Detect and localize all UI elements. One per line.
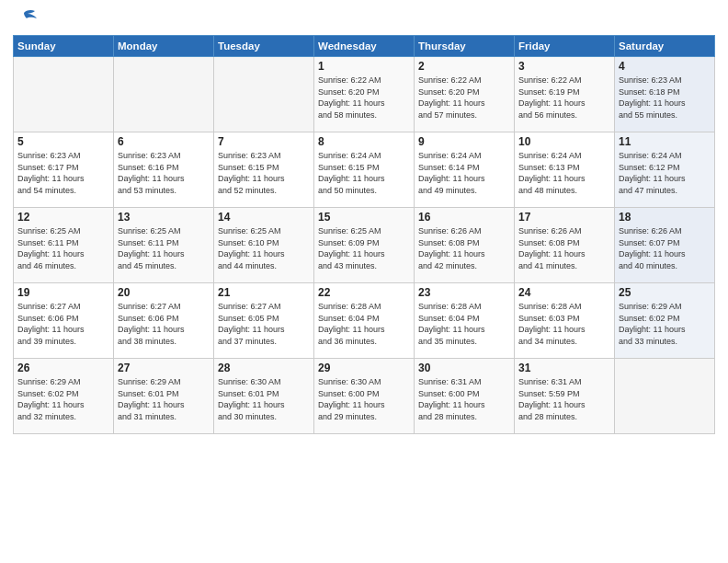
week-row-3: 12Sunrise: 6:25 AM Sunset: 6:11 PM Dayli… [14, 208, 715, 283]
day-cell [214, 57, 314, 132]
week-row-4: 19Sunrise: 6:27 AM Sunset: 6:06 PM Dayli… [14, 283, 715, 359]
day-number: 22 [318, 286, 410, 299]
calendar-header-row: SundayMondayTuesdayWednesdayThursdayFrid… [14, 36, 715, 57]
day-number: 13 [118, 211, 210, 224]
day-info: Sunrise: 6:27 AM Sunset: 6:06 PM Dayligh… [118, 301, 210, 347]
day-info: Sunrise: 6:28 AM Sunset: 6:04 PM Dayligh… [318, 301, 410, 347]
day-cell: 2Sunrise: 6:22 AM Sunset: 6:20 PM Daylig… [415, 57, 515, 132]
day-number: 21 [218, 286, 310, 299]
day-cell: 21Sunrise: 6:27 AM Sunset: 6:05 PM Dayli… [214, 283, 314, 359]
day-number: 26 [17, 362, 109, 374]
day-info: Sunrise: 6:30 AM Sunset: 6:00 PM Dayligh… [318, 376, 410, 422]
day-info: Sunrise: 6:30 AM Sunset: 6:01 PM Dayligh… [218, 376, 310, 422]
day-number: 24 [518, 286, 610, 299]
col-header-wednesday: Wednesday [314, 36, 415, 57]
day-cell: 10Sunrise: 6:24 AM Sunset: 6:13 PM Dayli… [515, 132, 615, 208]
day-info: Sunrise: 6:26 AM Sunset: 6:08 PM Dayligh… [418, 225, 510, 271]
day-cell: 22Sunrise: 6:28 AM Sunset: 6:04 PM Dayli… [314, 283, 415, 359]
day-info: Sunrise: 6:25 AM Sunset: 6:10 PM Dayligh… [218, 225, 310, 271]
day-cell: 29Sunrise: 6:30 AM Sunset: 6:00 PM Dayli… [314, 359, 415, 434]
col-header-sunday: Sunday [14, 36, 114, 57]
day-number: 9 [418, 135, 510, 148]
day-number: 1 [318, 60, 410, 73]
day-info: Sunrise: 6:29 AM Sunset: 6:02 PM Dayligh… [17, 376, 109, 422]
day-number: 23 [418, 286, 510, 299]
week-row-5: 26Sunrise: 6:29 AM Sunset: 6:02 PM Dayli… [14, 359, 715, 434]
day-cell: 26Sunrise: 6:29 AM Sunset: 6:02 PM Dayli… [14, 359, 114, 434]
day-cell: 5Sunrise: 6:23 AM Sunset: 6:17 PM Daylig… [14, 132, 114, 208]
day-info: Sunrise: 6:23 AM Sunset: 6:17 PM Dayligh… [17, 150, 109, 196]
day-cell: 20Sunrise: 6:27 AM Sunset: 6:06 PM Dayli… [114, 283, 214, 359]
day-info: Sunrise: 6:29 AM Sunset: 6:02 PM Dayligh… [619, 301, 711, 347]
day-cell [114, 57, 214, 132]
day-info: Sunrise: 6:23 AM Sunset: 6:15 PM Dayligh… [218, 150, 310, 196]
col-header-thursday: Thursday [415, 36, 515, 57]
day-cell: 19Sunrise: 6:27 AM Sunset: 6:06 PM Dayli… [14, 283, 114, 359]
day-info: Sunrise: 6:24 AM Sunset: 6:13 PM Dayligh… [518, 150, 610, 196]
day-number: 10 [518, 135, 610, 148]
page: SundayMondayTuesdayWednesdayThursdayFrid… [0, 0, 728, 563]
day-cell: 7Sunrise: 6:23 AM Sunset: 6:15 PM Daylig… [214, 132, 314, 208]
day-number: 25 [619, 286, 711, 299]
day-info: Sunrise: 6:25 AM Sunset: 6:11 PM Dayligh… [118, 225, 210, 271]
day-number: 11 [619, 135, 711, 148]
day-info: Sunrise: 6:27 AM Sunset: 6:06 PM Dayligh… [17, 301, 109, 347]
day-cell [615, 359, 715, 434]
day-number: 27 [118, 362, 210, 374]
day-info: Sunrise: 6:27 AM Sunset: 6:05 PM Dayligh… [218, 301, 310, 347]
day-cell: 13Sunrise: 6:25 AM Sunset: 6:11 PM Dayli… [114, 208, 214, 283]
col-header-tuesday: Tuesday [214, 36, 314, 57]
day-number: 31 [518, 362, 610, 374]
day-info: Sunrise: 6:25 AM Sunset: 6:09 PM Dayligh… [318, 225, 410, 271]
day-cell: 16Sunrise: 6:26 AM Sunset: 6:08 PM Dayli… [415, 208, 515, 283]
day-number: 17 [518, 211, 610, 224]
day-cell: 27Sunrise: 6:29 AM Sunset: 6:01 PM Dayli… [114, 359, 214, 434]
day-number: 2 [418, 60, 510, 73]
day-info: Sunrise: 6:26 AM Sunset: 6:08 PM Dayligh… [518, 225, 610, 271]
day-number: 19 [17, 286, 109, 299]
day-info: Sunrise: 6:31 AM Sunset: 6:00 PM Dayligh… [418, 376, 510, 422]
header [13, 9, 715, 28]
day-number: 5 [17, 135, 109, 148]
day-number: 18 [619, 211, 711, 224]
day-number: 16 [418, 211, 510, 224]
day-cell [14, 57, 114, 132]
logo-bird-icon [17, 9, 37, 28]
col-header-monday: Monday [114, 36, 214, 57]
day-number: 7 [218, 135, 310, 148]
col-header-saturday: Saturday [615, 36, 715, 57]
day-number: 15 [318, 211, 410, 224]
day-number: 14 [218, 211, 310, 224]
day-info: Sunrise: 6:24 AM Sunset: 6:14 PM Dayligh… [418, 150, 510, 196]
day-info: Sunrise: 6:28 AM Sunset: 6:04 PM Dayligh… [418, 301, 510, 347]
day-info: Sunrise: 6:26 AM Sunset: 6:07 PM Dayligh… [619, 225, 711, 271]
day-cell: 4Sunrise: 6:23 AM Sunset: 6:18 PM Daylig… [615, 57, 715, 132]
week-row-1: 1Sunrise: 6:22 AM Sunset: 6:20 PM Daylig… [14, 57, 715, 132]
day-number: 4 [619, 60, 711, 73]
day-info: Sunrise: 6:22 AM Sunset: 6:19 PM Dayligh… [518, 75, 610, 121]
day-info: Sunrise: 6:28 AM Sunset: 6:03 PM Dayligh… [518, 301, 610, 347]
day-number: 3 [518, 60, 610, 73]
day-number: 29 [318, 362, 410, 374]
day-cell: 28Sunrise: 6:30 AM Sunset: 6:01 PM Dayli… [214, 359, 314, 434]
col-header-friday: Friday [515, 36, 615, 57]
day-number: 8 [318, 135, 410, 148]
week-row-2: 5Sunrise: 6:23 AM Sunset: 6:17 PM Daylig… [14, 132, 715, 208]
day-cell: 14Sunrise: 6:25 AM Sunset: 6:10 PM Dayli… [214, 208, 314, 283]
day-number: 30 [418, 362, 510, 374]
day-cell: 24Sunrise: 6:28 AM Sunset: 6:03 PM Dayli… [515, 283, 615, 359]
day-info: Sunrise: 6:31 AM Sunset: 5:59 PM Dayligh… [518, 376, 610, 422]
day-number: 6 [118, 135, 210, 148]
day-info: Sunrise: 6:22 AM Sunset: 6:20 PM Dayligh… [418, 75, 510, 121]
day-cell: 1Sunrise: 6:22 AM Sunset: 6:20 PM Daylig… [314, 57, 415, 132]
day-number: 28 [218, 362, 310, 374]
day-number: 12 [17, 211, 109, 224]
day-cell: 3Sunrise: 6:22 AM Sunset: 6:19 PM Daylig… [515, 57, 615, 132]
calendar: SundayMondayTuesdayWednesdayThursdayFrid… [13, 35, 715, 434]
day-cell: 25Sunrise: 6:29 AM Sunset: 6:02 PM Dayli… [615, 283, 715, 359]
day-info: Sunrise: 6:24 AM Sunset: 6:12 PM Dayligh… [619, 150, 711, 196]
day-cell: 8Sunrise: 6:24 AM Sunset: 6:15 PM Daylig… [314, 132, 415, 208]
day-info: Sunrise: 6:23 AM Sunset: 6:16 PM Dayligh… [118, 150, 210, 196]
day-cell: 11Sunrise: 6:24 AM Sunset: 6:12 PM Dayli… [615, 132, 715, 208]
day-number: 20 [118, 286, 210, 299]
